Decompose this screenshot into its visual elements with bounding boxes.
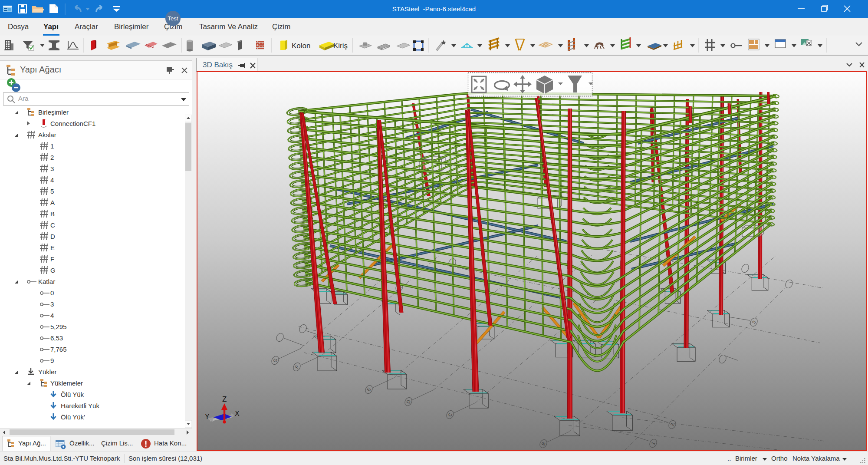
svg-text:Kolon: Kolon	[292, 42, 310, 50]
svg-text:Kiriş: Kiriş	[333, 42, 348, 50]
svg-text:Y: Y	[205, 413, 210, 420]
svg-text:Z: Z	[222, 395, 227, 403]
svg-text:X: X	[235, 410, 240, 417]
